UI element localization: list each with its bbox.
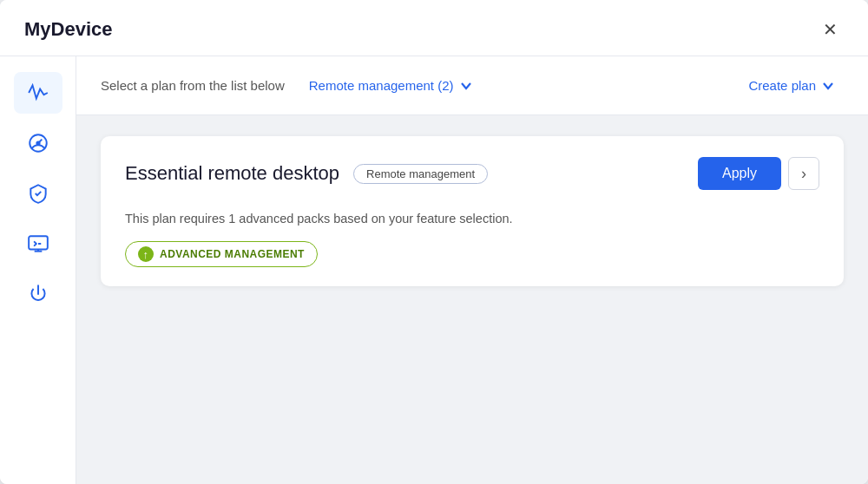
create-plan-button[interactable]: Create plan xyxy=(740,73,844,98)
chevron-down-icon xyxy=(459,79,473,93)
chevron-right-icon: › xyxy=(801,165,806,183)
select-plan-label: Select a plan from the list below xyxy=(101,78,285,93)
sidebar-item-security[interactable] xyxy=(14,173,62,214)
plan-badge: Remote management xyxy=(353,164,488,184)
window-title: MyDevice xyxy=(24,18,113,41)
close-button[interactable]: ✕ xyxy=(816,16,844,43)
dashboard-icon xyxy=(27,132,49,154)
sidebar xyxy=(0,56,76,484)
sidebar-item-activity[interactable] xyxy=(14,72,62,114)
plan-details-button[interactable]: › xyxy=(788,157,819,190)
top-bar: Select a plan from the list below Remote… xyxy=(76,56,868,115)
sidebar-item-dashboard[interactable] xyxy=(14,122,62,164)
plan-dropdown-label: Remote management (2) xyxy=(309,78,454,93)
plan-dropdown[interactable]: Remote management (2) xyxy=(300,73,482,98)
svg-point-1 xyxy=(36,141,39,144)
plan-card-actions: Apply › xyxy=(698,157,819,190)
plan-card-header: Essential remote desktop Remote manageme… xyxy=(125,157,819,190)
chevron-down-icon-create xyxy=(821,79,835,93)
main-layout: Select a plan from the list below Remote… xyxy=(0,56,868,484)
sidebar-item-remote[interactable] xyxy=(14,223,62,265)
plan-description: This plan requires 1 advanced packs base… xyxy=(125,209,819,229)
main-window: MyDevice ✕ xyxy=(0,0,868,484)
create-plan-label: Create plan xyxy=(748,78,816,93)
advanced-management-badge: ↑ ADVANCED MANAGEMENT xyxy=(125,241,318,267)
title-bar: MyDevice ✕ xyxy=(0,0,868,56)
shield-check-icon xyxy=(27,182,49,205)
apply-button[interactable]: Apply xyxy=(698,157,781,190)
content-area: Select a plan from the list below Remote… xyxy=(76,56,868,484)
plan-card: Essential remote desktop Remote manageme… xyxy=(101,136,844,286)
content-body: Essential remote desktop Remote manageme… xyxy=(76,115,868,484)
activity-icon xyxy=(27,82,49,104)
advanced-badge-label: ADVANCED MANAGEMENT xyxy=(160,248,305,260)
plan-card-title: Essential remote desktop xyxy=(125,162,339,185)
svg-rect-2 xyxy=(29,236,48,249)
remote-desktop-icon xyxy=(27,232,49,255)
sidebar-item-power[interactable] xyxy=(14,273,62,315)
advanced-badge-icon: ↑ xyxy=(138,246,154,262)
power-icon xyxy=(27,283,49,305)
